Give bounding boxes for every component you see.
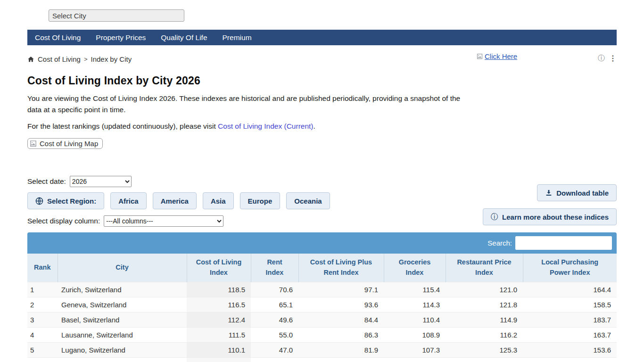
nav-item-quality-of-life[interactable]: Quality Of Life — [153, 33, 215, 42]
globe-icon — [35, 197, 43, 205]
table-row: 2Geneva, Switzerland116.565.193.6114.312… — [27, 297, 617, 312]
groceries-index-cell: 107.3 — [384, 357, 446, 362]
region-button-oceania[interactable]: Oceania — [286, 192, 330, 209]
main-nav: Cost Of Living Property Prices Quality O… — [27, 30, 617, 45]
latest-prefix: For the latest rankings (updated continu… — [27, 122, 218, 130]
groceries-index-cell: 115.4 — [384, 282, 446, 297]
ad-link[interactable]: Click Here — [476, 52, 517, 60]
download-table-button[interactable]: Download table — [537, 184, 617, 201]
groceries-index-cell: 107.3 — [384, 342, 446, 357]
groceries-index-cell: 110.4 — [384, 312, 446, 327]
table-search-input[interactable] — [515, 236, 612, 250]
restaurant-price-index-cell: 125.3 — [446, 342, 523, 357]
cost-of-living-map-image[interactable]: Cost of Living Map — [27, 138, 103, 149]
page: Cost Of Living Property Prices Quality O… — [27, 9, 617, 362]
latest-rankings-text: For the latest rankings (updated continu… — [27, 122, 617, 131]
cost-of-living-index-cell: 111.5 — [187, 327, 251, 342]
restaurant-price-index-cell: 121.8 — [446, 297, 523, 312]
rank-cell: 6 — [27, 357, 58, 362]
groceries-index-cell: 114.3 — [384, 297, 446, 312]
info-icon: ⓘ — [491, 212, 498, 222]
breadcrumb-separator: > — [84, 56, 88, 63]
city-cell: Bern, Switzerland — [58, 357, 187, 362]
current-index-link[interactable]: Cost of Living Index (Current) — [218, 122, 313, 130]
table-search-bar: Search: — [27, 232, 617, 254]
breadcrumb-current[interactable]: Index by City — [91, 55, 132, 63]
download-icon — [545, 189, 553, 197]
table-row: 1Zurich, Switzerland118.570.697.1115.412… — [27, 282, 617, 297]
display-column-select[interactable]: ---All columns--- — [104, 215, 223, 227]
local-purchasing-power-index-cell: 158.5 — [523, 297, 617, 312]
cost-of-living-plus-rent-index-cell: 93.6 — [298, 297, 384, 312]
local-purchasing-power-index-cell: 164.4 — [523, 282, 617, 297]
date-select[interactable]: 2026 — [70, 176, 132, 187]
cost-of-living-plus-rent-index-cell: 81.9 — [298, 342, 384, 357]
select-region-label: Select Region: — [27, 192, 104, 209]
table-controls: Select date: 2026 Select Region: Africa … — [27, 176, 617, 227]
cost-of-living-plus-rent-index-cell: 84.4 — [298, 312, 384, 327]
broken-image-icon — [476, 53, 483, 60]
page-title: Cost of Living Index by City 2026 — [27, 74, 617, 87]
select-date-label: Select date: — [27, 177, 66, 186]
column-header-rank[interactable]: Rank — [27, 254, 58, 282]
region-button-asia[interactable]: Asia — [203, 192, 234, 209]
table-row: 4Lausanne, Switzerland111.555.086.3108.9… — [27, 327, 617, 342]
local-purchasing-power-index-cell: 153.6 — [523, 342, 617, 357]
restaurant-price-index-cell: 110.2 — [446, 357, 523, 362]
rank-cell: 4 — [27, 327, 58, 342]
home-icon[interactable] — [27, 56, 34, 63]
cost-of-living-plus-rent-index-cell: 97.1 — [298, 282, 384, 297]
learn-more-button[interactable]: ⓘ Learn more about these indices — [483, 208, 617, 225]
intro-text: You are viewing the Cost of Living Index… — [27, 93, 468, 115]
city-search-input[interactable] — [49, 9, 184, 22]
column-header-groceries-index[interactable]: Groceries Index — [384, 254, 446, 282]
breadcrumb-link-cost-of-living[interactable]: Cost of Living — [38, 55, 81, 63]
ad-link-label: Click Here — [485, 52, 517, 60]
rent-index-cell: 49.6 — [251, 312, 298, 327]
more-menu-icon[interactable]: ⋮ — [609, 54, 617, 63]
rank-cell: 3 — [27, 312, 58, 327]
table-row: 3Basel, Switzerland112.449.684.4110.4114… — [27, 312, 617, 327]
cost-of-living-index-cell: 118.5 — [187, 282, 251, 297]
region-button-europe[interactable]: Europe — [240, 192, 281, 209]
region-button-africa[interactable]: Africa — [110, 192, 147, 209]
column-header-city[interactable]: City — [58, 254, 187, 282]
nav-item-premium[interactable]: Premium — [215, 33, 259, 42]
restaurant-price-index-cell: 116.2 — [446, 327, 523, 342]
column-header-rent-index[interactable]: Rent Index — [251, 254, 298, 282]
cost-of-living-plus-rent-index-cell: 86.3 — [298, 327, 384, 342]
restaurant-price-index-cell: 114.9 — [446, 312, 523, 327]
cost-of-living-index-cell: 116.5 — [187, 297, 251, 312]
groceries-index-cell: 108.9 — [384, 327, 446, 342]
column-header-cost-of-living-index[interactable]: Cost of Living Index — [187, 254, 251, 282]
local-purchasing-power-index-cell: 174.4 — [523, 357, 617, 362]
rent-index-cell: 55.0 — [251, 327, 298, 342]
local-purchasing-power-index-cell: 183.7 — [523, 312, 617, 327]
breadcrumb: Cost of Living > Index by City Click Her… — [27, 54, 617, 64]
column-header-restaurant-price-index[interactable]: Restaurant Price Index — [446, 254, 523, 282]
nav-item-property-prices[interactable]: Property Prices — [88, 33, 153, 42]
column-header-local-purchasing-power-index[interactable]: Local Purchasing Power Index — [523, 254, 617, 282]
region-button-america[interactable]: America — [153, 192, 197, 209]
info-icon[interactable]: ⓘ — [598, 54, 605, 63]
region-row: Select Region: Africa America Asia Europ… — [27, 192, 617, 209]
table-body: 1Zurich, Switzerland118.570.697.1115.412… — [27, 282, 617, 362]
select-date-row: Select date: 2026 — [27, 176, 617, 187]
rank-cell: 2 — [27, 297, 58, 312]
table-row: 5Lugano, Switzerland110.147.081.9107.312… — [27, 342, 617, 357]
city-cell: Basel, Switzerland — [58, 312, 187, 327]
rank-cell: 5 — [27, 342, 58, 357]
nav-item-cost-of-living[interactable]: Cost Of Living — [27, 33, 88, 42]
latest-suffix: . — [314, 122, 315, 130]
local-purchasing-power-index-cell: 163.7 — [523, 327, 617, 342]
map-alt-text: Cost of Living Map — [40, 140, 98, 148]
header-icons: ⓘ ⋮ — [598, 54, 617, 63]
cost-of-living-index-cell: 110.0 — [187, 357, 251, 362]
cost-of-living-plus-rent-index-cell: 81.8 — [298, 357, 384, 362]
rank-cell: 1 — [27, 282, 58, 297]
city-cell: Lugano, Switzerland — [58, 342, 187, 357]
table-header-row: Rank City Cost of Living Index Rent Inde… — [27, 254, 617, 282]
column-header-cost-of-living-plus-rent-index[interactable]: Cost of Living Plus Rent Index — [298, 254, 384, 282]
city-cell: Lausanne, Switzerland — [58, 327, 187, 342]
cost-of-living-table: Search: Rank City Cost of Living Index R… — [27, 232, 617, 362]
